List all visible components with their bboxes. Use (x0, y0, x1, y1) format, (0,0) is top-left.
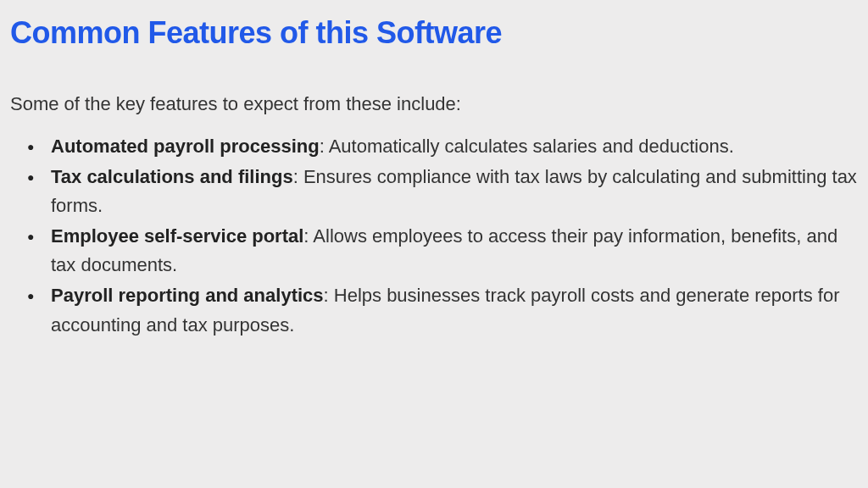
feature-desc: : Automatically calculates salaries and … (320, 136, 734, 157)
feature-title: Automated payroll processing (51, 136, 320, 157)
list-item: Payroll reporting and analytics: Helps b… (51, 281, 858, 339)
feature-title: Tax calculations and filings (51, 166, 293, 187)
list-item: Automated payroll processing: Automatica… (51, 132, 858, 161)
feature-title: Payroll reporting and analytics (51, 285, 324, 306)
list-item: Employee self-service portal: Allows emp… (51, 222, 858, 280)
list-item: Tax calculations and filings: Ensures co… (51, 163, 858, 220)
features-list: Automated payroll processing: Automatica… (10, 132, 858, 340)
slide-title: Common Features of this Software (10, 15, 858, 51)
intro-text: Some of the key features to expect from … (10, 93, 858, 115)
feature-title: Employee self-service portal (51, 225, 303, 247)
